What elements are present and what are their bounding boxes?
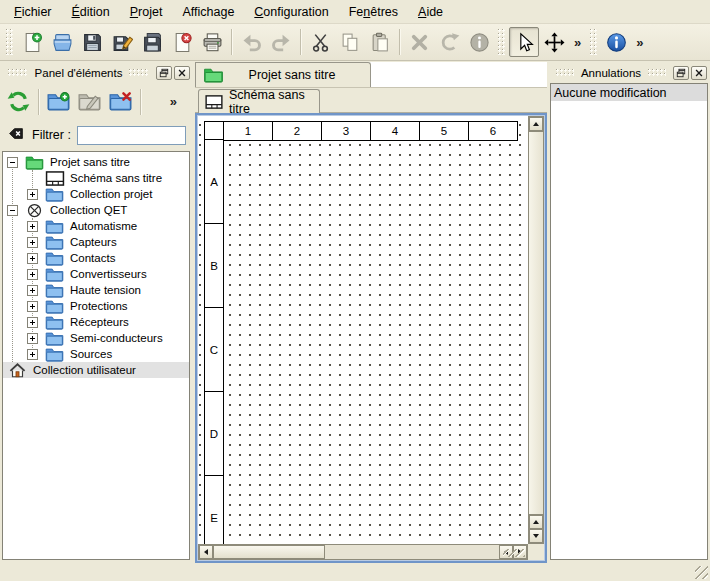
tree-item-collection-utilisateur[interactable]: Collection utilisateur [3, 362, 189, 378]
tree-expander-plus[interactable] [27, 349, 38, 360]
cut-button[interactable] [305, 27, 335, 57]
move-mode-button[interactable] [539, 27, 569, 57]
open-icon [52, 32, 73, 53]
toolbar-overflow-button[interactable]: » [165, 94, 182, 109]
tree-item-haute-tension[interactable]: Haute tension [3, 282, 189, 298]
tree-item-semi-conducteurs[interactable]: Semi-conducteurs [3, 330, 189, 346]
toolbar-handle[interactable] [498, 29, 505, 55]
resize-grip[interactable] [695, 566, 708, 579]
tab-project[interactable]: Projet sans titre [195, 62, 371, 87]
tree-item-collection-projet[interactable]: Collection projet [3, 186, 189, 202]
select-mode-button[interactable] [509, 27, 539, 57]
tree-expander-plus[interactable] [27, 317, 38, 328]
diagram-column-header: 123456 [204, 121, 518, 141]
green-folder-icon [24, 155, 45, 170]
redo-icon [271, 32, 292, 53]
properties-button[interactable] [464, 27, 494, 57]
undo-history-item[interactable]: Aucune modification [551, 84, 707, 101]
scroll-up-button-2[interactable] [529, 515, 543, 529]
tab-schema[interactable]: Schéma sans titre [198, 89, 320, 113]
tree-expander-minus[interactable] [7, 205, 18, 216]
blue-folder-icon [44, 347, 65, 362]
tree-item-contacts[interactable]: Contacts [3, 250, 189, 266]
tree-item-label: Projet sans titre [50, 156, 130, 168]
redo-button[interactable] [266, 27, 296, 57]
about-qet-button[interactable] [601, 27, 631, 57]
scroll-down-button[interactable] [529, 529, 543, 543]
tree-expander-plus[interactable] [27, 333, 38, 344]
tree-expander-plus[interactable] [27, 189, 38, 200]
blue-folder-icon [44, 219, 65, 234]
tree-item-schema-sans-titre[interactable]: Schéma sans titre [3, 170, 189, 186]
open-button[interactable] [47, 27, 77, 57]
menu-aide[interactable]: Aide [408, 2, 453, 22]
tree-expander-plus[interactable] [27, 269, 38, 280]
tree-item-recepteurs[interactable]: Récepteurs [3, 314, 189, 330]
horizontal-scroll-trough[interactable] [325, 545, 499, 559]
tree-expander-minus[interactable] [7, 157, 18, 168]
float-undo-panel-button[interactable] [673, 66, 689, 80]
tree-item-protections[interactable]: Protections [3, 298, 189, 314]
reload-collections-button[interactable] [3, 86, 34, 117]
tree-item-label: Collection projet [70, 188, 152, 200]
edit-category-button[interactable] [74, 86, 105, 117]
menu-configuration[interactable]: Configuration [244, 2, 338, 22]
save-all-button[interactable] [137, 27, 167, 57]
new-category-button[interactable] [43, 86, 74, 117]
toolbar-overflow-button[interactable]: » [631, 35, 648, 50]
menu-projet[interactable]: Projet [120, 2, 173, 22]
diagram-view[interactable]: 123456 ABCDE [195, 113, 547, 563]
menu-fichier[interactable]: Fichier [4, 2, 62, 22]
elements-panel: Panel d'éléments » Filtrer : Projet sans… [0, 62, 193, 562]
grid-row-c: C [204, 307, 224, 392]
close-document-button[interactable] [167, 27, 197, 57]
tree-item-convertisseurs[interactable]: Convertisseurs [3, 266, 189, 282]
tree-expander-plus[interactable] [27, 285, 38, 296]
filter-input[interactable] [77, 126, 186, 145]
tree-expander-plus[interactable] [27, 237, 38, 248]
tree-item-automatisme[interactable]: Automatisme [3, 218, 189, 234]
diagram-canvas[interactable]: 123456 ABCDE [198, 116, 528, 544]
toolbar-separator [231, 29, 232, 55]
delete-category-button[interactable] [105, 86, 136, 117]
scroll-left-button[interactable] [199, 545, 213, 559]
tree-item-label: Automatisme [70, 220, 137, 232]
paste-button[interactable] [365, 27, 395, 57]
tree-expander-plus[interactable] [27, 253, 38, 264]
tree-item-sources[interactable]: Sources [3, 346, 189, 362]
green-folder-icon [203, 67, 224, 83]
copy-button[interactable] [335, 27, 365, 57]
tree-item-projet-sans-titre[interactable]: Projet sans titre [3, 154, 189, 170]
save-button[interactable] [77, 27, 107, 57]
clear-filter-icon [7, 126, 25, 144]
horizontal-scrollbar[interactable] [198, 544, 528, 560]
toolbar-overflow-button[interactable]: » [569, 35, 586, 50]
toolbar-handle[interactable] [6, 29, 13, 55]
tree-item-collection-qet[interactable]: Collection QET [3, 202, 189, 218]
tree-expander-plus[interactable] [27, 301, 38, 312]
menu-fenetres[interactable]: Fenêtres [339, 2, 408, 22]
scroll-up-button[interactable] [529, 117, 543, 131]
close-panel-button[interactable] [174, 66, 190, 80]
vertical-scrollbar[interactable] [528, 116, 544, 544]
menu-affichage[interactable]: Affichage [172, 2, 244, 22]
delete-button[interactable] [404, 27, 434, 57]
clear-filter-button[interactable] [7, 127, 26, 143]
close-undo-panel-button[interactable] [691, 66, 707, 80]
tree-item-label: Collection utilisateur [33, 364, 136, 376]
menu-edition[interactable]: Édition [62, 2, 120, 22]
float-panel-button[interactable] [156, 66, 172, 80]
horizontal-scroll-thumb[interactable] [213, 545, 325, 559]
rotate-button[interactable] [434, 27, 464, 57]
print-button[interactable] [197, 27, 227, 57]
home-icon [7, 363, 28, 378]
toolbar-handle[interactable] [590, 29, 597, 55]
vertical-scroll-thumb[interactable] [529, 131, 543, 515]
undo-icon [241, 32, 262, 53]
blue-folder-icon [44, 267, 65, 282]
tree-expander-plus[interactable] [27, 221, 38, 232]
tree-item-capteurs[interactable]: Capteurs [3, 234, 189, 250]
save-as-button[interactable] [107, 27, 137, 57]
undo-button[interactable] [236, 27, 266, 57]
new-document-button[interactable] [17, 27, 47, 57]
